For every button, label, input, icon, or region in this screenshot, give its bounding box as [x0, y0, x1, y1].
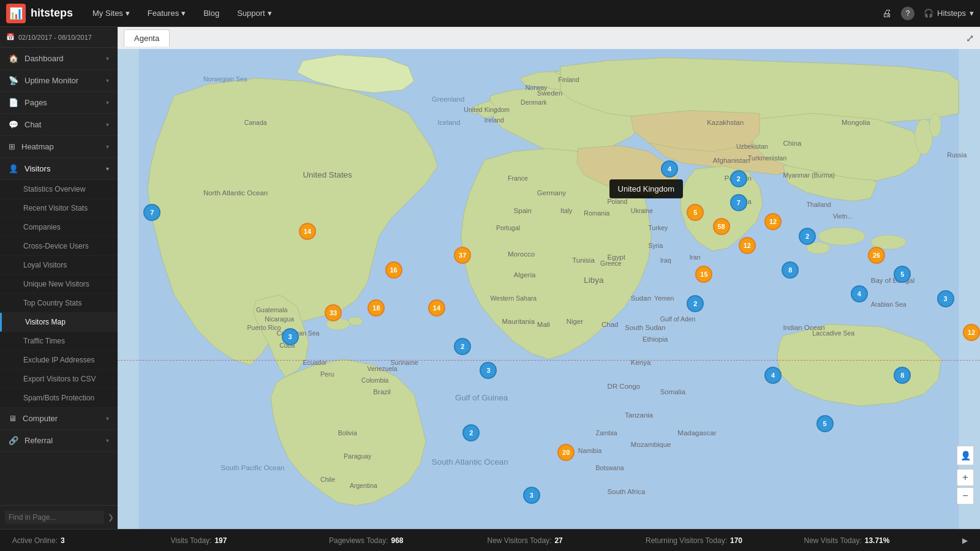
map-marker-0[interactable]: 14	[299, 223, 316, 240]
zoom-out-button[interactable]: −	[957, 487, 974, 504]
fullscreen-icon[interactable]: ⤢	[966, 32, 974, 44]
map-marker-24[interactable]: 5	[894, 266, 911, 283]
date-picker[interactable]: 📅 02/10/2017 - 08/10/2017	[0, 27, 118, 48]
submenu-unique-new[interactable]: Unique New Visitors	[0, 275, 118, 294]
svg-text:Sudan: Sudan	[631, 294, 651, 302]
nav-item-mysites[interactable]: My Sites ▾	[85, 5, 137, 21]
print-icon[interactable]: 🖨	[882, 8, 892, 19]
street-view-icon[interactable]: 👤	[957, 446, 974, 465]
map-marker-8[interactable]: 3	[480, 362, 497, 379]
submenu-visitors-map[interactable]: Visitors Map	[0, 313, 118, 332]
status-next-icon[interactable]: ▶	[962, 536, 968, 545]
submenu-cross-device[interactable]: Cross-Device Users	[0, 237, 118, 256]
logo-icon: 📊	[6, 4, 26, 23]
logo-text: hitsteps	[31, 7, 73, 20]
find-input[interactable]	[5, 511, 104, 524]
svg-text:Iran: Iran	[689, 253, 700, 261]
active-online-stat: Active Online: 3	[12, 536, 171, 545]
svg-text:South Pacific Ocean: South Pacific Ocean	[221, 464, 285, 471]
svg-text:Germany: Germany	[537, 189, 566, 197]
map-marker-25[interactable]: 2	[687, 295, 704, 312]
map-marker-11[interactable]: 3	[523, 487, 540, 504]
map-marker-26[interactable]: 3	[937, 290, 954, 307]
nav-item-blog[interactable]: Blog	[196, 5, 227, 21]
map-tab-agenta[interactable]: Agenta	[124, 29, 170, 47]
map-marker-1[interactable]: 16	[385, 261, 402, 279]
map-marker-16[interactable]: 58	[713, 218, 730, 235]
submenu-top-country[interactable]: Top Country Stats	[0, 294, 118, 313]
map-marker-6[interactable]: 3	[282, 328, 299, 345]
svg-text:Turkey: Turkey	[649, 224, 668, 231]
submenu-stats-overview[interactable]: Statistics Overview	[0, 180, 118, 199]
submenu-export-csv[interactable]: Export Visitors to CSV	[0, 370, 118, 389]
map-tooltip: United Kingdom	[609, 179, 684, 198]
svg-point-2	[349, 317, 363, 325]
svg-text:Mauritania: Mauritania	[502, 318, 535, 325]
map-marker-18[interactable]: 12	[739, 237, 756, 254]
map-marker-7[interactable]: 2	[454, 338, 471, 355]
map-marker-13[interactable]: 2	[730, 170, 747, 187]
user-menu[interactable]: 🎧 Hitsteps ▾	[924, 9, 974, 18]
sidebar-item-chat[interactable]: 💬 Chat ▾	[0, 114, 118, 136]
nav-item-features[interactable]: Features ▾	[140, 5, 193, 21]
svg-text:South Sudan: South Sudan	[625, 324, 665, 331]
sidebar-item-dashboard[interactable]: 🏠 Dashboard ▾	[0, 48, 118, 70]
map-marker-21[interactable]: 8	[782, 261, 799, 279]
svg-text:Ecuador: Ecuador	[303, 359, 327, 366]
nav-item-support[interactable]: Support ▾	[230, 5, 279, 21]
map-marker-22[interactable]: 26	[868, 247, 885, 264]
sidebar-item-visitors[interactable]: 👤 Visitors ▾	[0, 158, 118, 180]
find-arrow-icon[interactable]: ❯	[108, 513, 114, 522]
submenu-companies[interactable]: Companies	[0, 218, 118, 237]
submenu-exclude-ip[interactable]: Exclude IP Addresses	[0, 351, 118, 370]
chevron-down-icon: ▾	[106, 99, 109, 106]
chevron-down-icon: ▾	[106, 77, 109, 84]
submenu-recent-visitor[interactable]: Recent Visitor Stats	[0, 199, 118, 218]
svg-text:Greece: Greece	[600, 260, 622, 267]
new-visitors-stat: New Visitors Today: 27	[488, 536, 646, 545]
map-marker-14[interactable]: 7	[730, 194, 747, 211]
map-zoom-controls: 👤 + −	[957, 446, 974, 504]
svg-text:Arabian Sea: Arabian Sea	[871, 301, 907, 308]
map-marker-4[interactable]: 14	[428, 299, 445, 317]
map-marker-10[interactable]: 20	[557, 444, 575, 461]
map-marker-29[interactable]: 8	[894, 367, 911, 384]
map-marker-2[interactable]: 37	[454, 247, 471, 264]
sidebar-item-uptime[interactable]: 📡 Uptime Monitor ▾	[0, 70, 118, 92]
map-marker-19[interactable]: 2	[799, 228, 816, 245]
submenu-spam-bots[interactable]: Spam/Bots Protection	[0, 389, 118, 408]
map-marker-28[interactable]: 7	[143, 204, 160, 221]
map-marker-23[interactable]: 4	[851, 285, 868, 302]
map-marker-3[interactable]: 18	[368, 299, 385, 317]
help-icon[interactable]: ?	[901, 7, 914, 20]
svg-point-3	[818, 228, 865, 246]
svg-text:Gulf of Guinea: Gulf of Guinea	[455, 393, 508, 402]
svg-text:Russia: Russia	[947, 151, 967, 159]
submenu-traffic-times[interactable]: Traffic Times	[0, 332, 118, 351]
map-marker-5[interactable]: 33	[325, 304, 342, 321]
chevron-down-icon: ▾	[268, 9, 272, 18]
submenu-loyal-visitors[interactable]: Loyal Visitors	[0, 256, 118, 275]
sidebar-item-referral[interactable]: 🔗 Referral ▾	[0, 430, 118, 452]
svg-text:Peru: Peru	[320, 370, 334, 378]
map-marker-15[interactable]: 5	[687, 204, 704, 221]
map-marker-9[interactable]: 2	[462, 424, 480, 441]
map-marker-20[interactable]: 15	[695, 266, 712, 283]
visitors-submenu: Statistics Overview Recent Visitor Stats…	[0, 180, 118, 408]
sidebar-item-heatmap[interactable]: ⊞ Heatmap ▾	[0, 136, 118, 158]
map-marker-31[interactable]: 5	[816, 415, 834, 432]
map-marker-30[interactable]: 4	[764, 367, 782, 384]
sidebar-item-pages[interactable]: 📄 Pages ▾	[0, 92, 118, 114]
svg-text:Mali: Mali	[537, 321, 550, 328]
map-marker-27[interactable]: 12	[963, 324, 980, 341]
chevron-down-icon: ▾	[106, 415, 109, 422]
zoom-in-button[interactable]: +	[957, 469, 974, 486]
svg-text:Ireland: Ireland	[484, 116, 504, 124]
logo[interactable]: 📊 hitsteps	[6, 4, 73, 23]
sidebar-item-computer[interactable]: 🖥 Computer ▾	[0, 408, 118, 430]
svg-text:Laccadive Sea: Laccadive Sea	[812, 329, 854, 337]
map-marker-12[interactable]: 4	[661, 160, 678, 178]
map-marker-17[interactable]: 12	[764, 213, 782, 230]
svg-text:Thailand: Thailand	[807, 201, 831, 208]
world-map-svg: United States Canada Sweden Germany Fran…	[118, 49, 980, 529]
